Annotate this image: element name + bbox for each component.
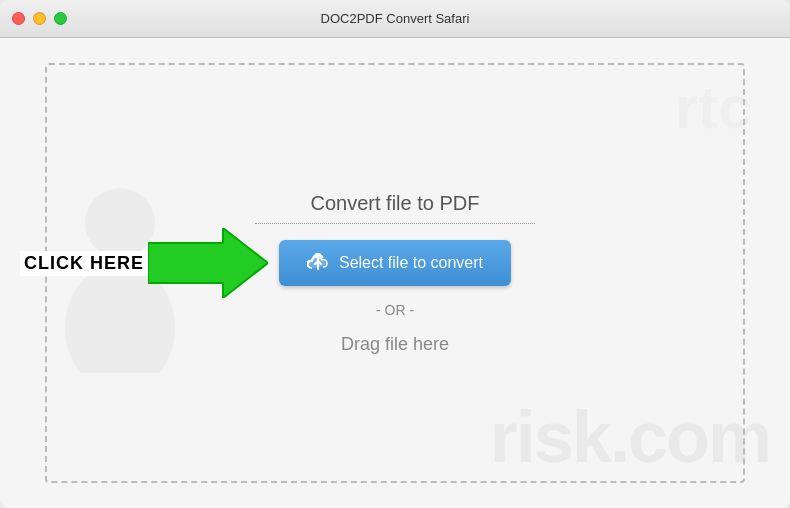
click-here-label: CLICK HERE <box>20 251 148 276</box>
or-divider: - OR - <box>376 302 414 318</box>
titlebar: DOC2PDF Convert Safari <box>0 0 790 38</box>
arrow-annotation: CLICK HERE <box>20 228 268 298</box>
main-content: rtc risk.com Convert file to PDF Se <box>0 38 790 508</box>
window-title: DOC2PDF Convert Safari <box>321 11 470 26</box>
upload-icon <box>307 252 329 274</box>
drag-drop-label: Drag file here <box>341 334 449 355</box>
select-file-button[interactable]: Select file to convert <box>279 240 511 286</box>
select-file-label: Select file to convert <box>339 254 483 272</box>
close-button[interactable] <box>12 12 25 25</box>
arrow-icon <box>148 228 268 298</box>
maximize-button[interactable] <box>54 12 67 25</box>
convert-heading: Convert file to PDF <box>255 192 535 224</box>
minimize-button[interactable] <box>33 12 46 25</box>
svg-marker-4 <box>148 228 268 298</box>
window-controls <box>12 12 67 25</box>
